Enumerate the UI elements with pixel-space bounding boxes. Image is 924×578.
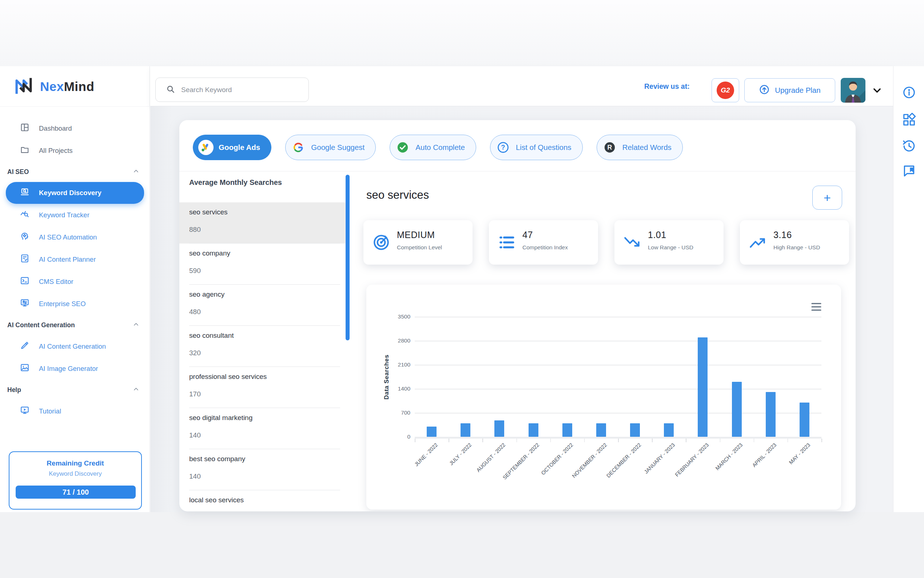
credit-progress-bar: 71 / 100 xyxy=(16,485,136,498)
keyword-list-scrollbar[interactable] xyxy=(346,175,350,340)
review-us-label: Review us at: xyxy=(644,66,690,106)
gridline xyxy=(415,341,821,341)
chart-y-axis-title: Data Searches xyxy=(383,341,391,414)
sidebar-item-ai-seo-automation[interactable]: AI SEO Automation xyxy=(0,226,150,248)
stat-label: Low Range - USD xyxy=(648,244,693,251)
keyword-row-seo-consultant[interactable]: seo consultant 320 xyxy=(180,326,345,367)
keyword-volume: 170 xyxy=(189,390,201,398)
brand-logo: NexMind xyxy=(13,70,94,103)
chart-menu-icon[interactable] xyxy=(811,302,822,312)
tab-label: Auto Complete xyxy=(416,143,465,152)
sidebar-section-ai-seo[interactable]: AI SEO xyxy=(0,162,150,182)
keyword-row-professional-seo-services[interactable]: professional seo services 170 xyxy=(180,367,345,408)
sidebar-item-keyword-tracker[interactable]: Keyword Tracker xyxy=(0,204,150,226)
tab-google-suggest[interactable]: Google Suggest xyxy=(285,135,376,160)
search-input[interactable] xyxy=(181,86,301,94)
sidebar-section-label: AI Content Generation xyxy=(7,321,75,329)
stat-card-competition-index: 47 Competition Index xyxy=(489,220,598,265)
remaining-credit-card: Remaining Credit Keyword Discovery 71 / … xyxy=(9,451,142,510)
tab-label: Google Ads xyxy=(218,143,260,152)
sidebar-section-help[interactable]: Help xyxy=(0,380,150,400)
arrow-up-circle-icon xyxy=(759,84,770,97)
keyword-row-seo-company[interactable]: seo company 590 xyxy=(180,244,345,285)
g2-review-button[interactable]: G2 xyxy=(712,78,739,102)
ai-image-generator-icon xyxy=(20,363,29,374)
keyword-tracker-icon xyxy=(20,209,29,221)
chevron-up-icon xyxy=(133,167,140,177)
bar-june-2022 xyxy=(427,427,437,437)
stat-value: 3.16 xyxy=(774,230,792,240)
ai-seo-automation-icon xyxy=(20,232,29,243)
sidebar-item-label: AI Image Generator xyxy=(39,365,98,373)
add-keyword-button[interactable]: + xyxy=(812,186,842,209)
sidebar-item-label: AI SEO Automation xyxy=(39,233,97,241)
brand-monogram-icon xyxy=(13,75,34,98)
history-icon[interactable] xyxy=(902,139,916,153)
sidebar-item-ai-content-planner[interactable]: AI Content Planner xyxy=(0,248,150,270)
keyword-volume: 590 xyxy=(189,267,201,275)
sidebar-item-label: Keyword Tracker xyxy=(39,211,89,219)
axis-tick xyxy=(448,438,449,442)
axis-tick xyxy=(788,438,788,442)
question-circle-icon: ? xyxy=(495,140,511,155)
sidebar-item-keyword-discovery[interactable]: Keyword Discovery xyxy=(6,182,144,204)
y-axis-tick-label: 2800 xyxy=(385,338,410,344)
target-icon xyxy=(372,233,390,252)
sidebar-item-ai-content-generation[interactable]: AI Content Generation xyxy=(0,335,150,357)
keyword-volume: 140 xyxy=(189,472,201,481)
bar-november-2022 xyxy=(596,423,606,437)
y-axis-tick-label: 3500 xyxy=(385,313,410,320)
sidebar-item-ai-image-generator[interactable]: AI Image Generator xyxy=(0,357,150,380)
info-icon[interactable] xyxy=(902,86,916,99)
tab-list-of-questions[interactable]: ? List of Questions xyxy=(490,135,583,160)
y-axis-tick-label: 1400 xyxy=(385,385,410,392)
gridline xyxy=(415,317,821,317)
feedback-icon[interactable] xyxy=(902,164,916,178)
axis-tick xyxy=(618,438,619,442)
trend-up-icon xyxy=(749,233,767,252)
stat-card-low-range-usd: 1.01 Low Range - USD xyxy=(615,220,723,265)
y-axis-tick-label: 700 xyxy=(385,409,410,416)
keyword-label: seo digital marketing xyxy=(189,414,252,422)
sidebar-item-enterprise-seo[interactable]: Enterprise SEO xyxy=(0,293,150,315)
tab-auto-complete[interactable]: Auto Complete xyxy=(390,135,476,160)
sidebar-item-tutorial[interactable]: Tutorial xyxy=(0,400,150,422)
sidebar-section-ai-content-generation[interactable]: AI Content Generation xyxy=(0,315,150,335)
keyword-row-best-seo-company[interactable]: best seo company 140 xyxy=(180,449,345,490)
keyword-volume: 140 xyxy=(189,431,201,439)
keyword-list: seo services 880seo company 590seo agenc… xyxy=(180,202,345,511)
keyword-label: best seo company xyxy=(189,455,245,463)
keyword-search-box[interactable] xyxy=(155,78,309,102)
stat-value: MEDIUM xyxy=(397,230,435,240)
tab-google-ads[interactable]: Google Ads xyxy=(193,135,271,160)
tab-related-words[interactable]: R Related Words xyxy=(597,135,683,160)
keyword-volume: 880 xyxy=(189,226,201,234)
user-avatar[interactable] xyxy=(841,78,866,103)
account-menu-chevron[interactable] xyxy=(872,80,883,101)
source-tabs: Google Ads Google Suggest Auto Complete?… xyxy=(193,135,683,160)
bar-august-2022 xyxy=(494,421,504,437)
ai-content-planner-icon xyxy=(20,254,29,265)
chevron-up-icon xyxy=(133,385,140,395)
sidebar-item-cms-editor[interactable]: CMS Editor xyxy=(0,270,150,293)
right-icon-rail xyxy=(893,66,924,512)
keyword-row-local-seo-services[interactable]: local seo services xyxy=(180,490,345,511)
sidebar-item-all-projects[interactable]: All Projects xyxy=(0,140,150,162)
axis-tick xyxy=(652,438,653,442)
widgets-icon[interactable] xyxy=(902,113,916,127)
keyword-row-seo-agency[interactable]: seo agency 480 xyxy=(180,285,345,326)
keyword-row-seo-digital-marketing[interactable]: seo digital marketing 140 xyxy=(180,408,345,449)
sidebar-item-label: CMS Editor xyxy=(39,278,73,286)
bar-march-2023 xyxy=(732,382,742,437)
sidebar-nav: Dashboard All ProjectsAI SEO Keyword Dis… xyxy=(0,117,150,422)
upgrade-plan-button[interactable]: Upgrade Plan xyxy=(744,78,835,102)
keyword-row-seo-services[interactable]: seo services 880 xyxy=(180,202,345,244)
bar-december-2022 xyxy=(630,423,640,437)
tab-label: Google Suggest xyxy=(311,143,364,152)
main-content: Google Ads Google Suggest Auto Complete?… xyxy=(150,106,893,512)
sidebar-item-dashboard[interactable]: Dashboard xyxy=(0,117,150,140)
g2-icon: G2 xyxy=(717,81,734,99)
bar-october-2022 xyxy=(562,423,572,437)
list-lines-icon xyxy=(498,233,516,252)
gridline xyxy=(415,389,821,390)
